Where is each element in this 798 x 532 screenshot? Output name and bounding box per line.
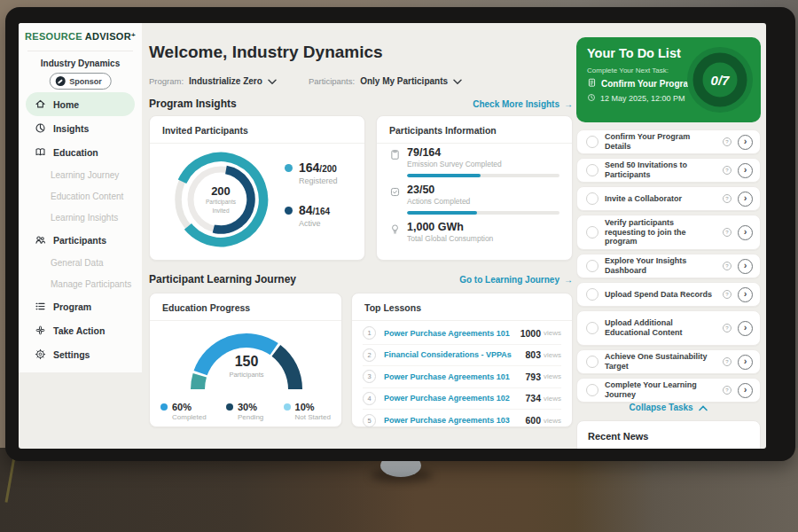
sidebar-item-insights[interactable]: Insights xyxy=(26,116,135,140)
info-icon[interactable]: ? xyxy=(723,386,732,395)
chevron-right-icon[interactable]: › xyxy=(738,287,753,302)
stat-actions-completed: 23/50 Actions Completed xyxy=(389,184,559,215)
sidebar-item-settings[interactable]: Settings xyxy=(26,342,135,366)
participants-dropdown[interactable]: Participants: Only My Participants xyxy=(309,73,462,89)
card-title: Participants Information xyxy=(377,116,572,144)
go-to-learning-journey-link[interactable]: Go to Learning Journey → xyxy=(459,275,573,285)
todo-progress-value: 0/7 xyxy=(685,44,755,115)
info-icon[interactable]: ? xyxy=(723,137,732,146)
gauge-center-label: 150 Participants xyxy=(180,354,313,379)
info-icon[interactable]: ? xyxy=(723,357,732,366)
sidebar-item-general-data[interactable]: General Data xyxy=(19,252,142,273)
sidebar-divider xyxy=(27,51,133,51)
task-item[interactable]: Explore Your Insights Dashboard ? › xyxy=(576,254,761,278)
todo-subtitle: Complete Your Next Task: xyxy=(587,66,669,74)
app-logo: RESOURCE ADVISOR+ xyxy=(19,31,142,42)
task-item[interactable]: Invite a Collaborator ? › xyxy=(576,186,761,211)
program-dropdown[interactable]: Program: Industrialize Zero xyxy=(149,73,277,89)
sidebar-item-learning-journey[interactable]: Learning Journey xyxy=(19,164,142,185)
task-item[interactable]: Upload Spend Data Records ? › xyxy=(576,282,761,307)
stat-global-consumption: 1,000 GWh Total Global Consumption xyxy=(389,221,493,243)
actions-completed-progress-bar xyxy=(407,211,559,215)
task-checkbox[interactable] xyxy=(586,322,598,334)
task-checkbox[interactable] xyxy=(586,384,598,396)
arrow-right-icon: → xyxy=(564,99,573,109)
sidebar: RESOURCE ADVISOR+ Industry Dynamics Spon… xyxy=(19,23,142,372)
lesson-row: 4 Power Purchase Agreements 102 734views xyxy=(363,388,561,411)
section-title: Program Insights xyxy=(149,98,237,110)
rank-badge: 2 xyxy=(363,348,376,362)
task-checkbox[interactable] xyxy=(586,136,598,148)
info-icon[interactable]: ? xyxy=(723,166,732,175)
chevron-right-icon[interactable]: › xyxy=(738,225,753,240)
sidebar-item-home[interactable]: Home xyxy=(26,92,135,116)
task-checkbox[interactable] xyxy=(586,164,598,176)
sidebar-item-manage-participants[interactable]: Manage Participants xyxy=(19,273,142,294)
legend-item-active: 84/164 Active xyxy=(285,203,338,228)
info-icon[interactable]: ? xyxy=(723,262,732,270)
task-checkbox[interactable] xyxy=(586,260,598,272)
chevron-right-icon[interactable]: › xyxy=(738,259,753,274)
chevron-right-icon[interactable]: › xyxy=(738,355,753,370)
task-checkbox[interactable] xyxy=(586,356,598,368)
legend-item-completed: 60% Completed xyxy=(160,402,207,421)
legend-item-not-started: 10% Not Started xyxy=(284,402,331,421)
sidebar-item-take-action[interactable]: Take Action xyxy=(26,318,135,342)
info-icon[interactable]: ? xyxy=(723,324,732,332)
sponsor-badge[interactable]: Sponsor xyxy=(49,73,112,90)
chevron-right-icon[interactable]: › xyxy=(738,383,753,398)
program-dropdown-label: Program: xyxy=(149,76,184,86)
task-item[interactable]: Achieve One Sustainability Target ? › xyxy=(576,349,761,374)
sidebar-item-learning-insights[interactable]: Learning Insights xyxy=(19,207,142,228)
recent-news-card: Recent News xyxy=(576,420,761,449)
card-title: Top Lessons xyxy=(352,293,572,321)
lesson-link[interactable]: Power Purchase Agreements 101 xyxy=(384,372,525,381)
info-icon[interactable]: ? xyxy=(723,228,732,237)
task-checkbox[interactable] xyxy=(586,226,598,239)
sidebar-item-education-content[interactable]: Education Content xyxy=(19,185,142,207)
scene: RESOURCE ADVISOR+ Industry Dynamics Spon… xyxy=(0,0,798,532)
sidebar-item-label: Settings xyxy=(53,349,90,360)
clipboard-icon xyxy=(389,148,401,164)
lesson-link[interactable]: Power Purchase Agreements 103 xyxy=(384,416,525,425)
logo-plus: + xyxy=(131,31,136,39)
task-checkbox[interactable] xyxy=(586,192,598,205)
lesson-link[interactable]: Power Purchase Agreements 101 xyxy=(384,329,520,338)
check-more-insights-link[interactable]: Check More Insights → xyxy=(473,99,573,109)
card-title: Invited Participants xyxy=(150,116,364,144)
chevron-right-icon[interactable]: › xyxy=(738,163,753,178)
task-item[interactable]: Upload Additional Educational Content ? … xyxy=(576,310,761,346)
sidebar-item-program[interactable]: Program xyxy=(26,294,135,318)
legend-dot xyxy=(226,403,233,411)
collapse-tasks-link[interactable]: Collapse Tasks xyxy=(576,403,761,412)
legend-dot xyxy=(285,164,293,172)
chevron-right-icon[interactable]: › xyxy=(738,192,753,207)
rank-badge: 1 xyxy=(363,326,376,340)
task-item[interactable]: Complete Your Learning Journey ? › xyxy=(576,378,761,403)
lesson-row: 5 Power Purchase Agreements 103 600views xyxy=(363,410,561,432)
pinwheel-icon xyxy=(35,325,46,336)
logo-text-primary: RESOURCE xyxy=(25,31,82,42)
task-item[interactable]: Send 50 Invitations to Participants ? › xyxy=(576,158,761,183)
participants-dropdown-value: Only My Participants xyxy=(360,76,448,86)
task-checkbox[interactable] xyxy=(586,288,598,301)
info-icon[interactable]: ? xyxy=(723,194,732,203)
education-progress-card: Education Progress 150 Participants 60% … xyxy=(149,293,342,427)
todo-datetime: 12 May 2025, 12:00 PM xyxy=(587,93,685,104)
invited-participants-card: Invited Participants 200 ParticipantsInv… xyxy=(149,115,365,261)
rank-badge: 3 xyxy=(363,370,376,383)
info-icon[interactable]: ? xyxy=(723,290,732,299)
task-item[interactable]: Verify participants requesting to join t… xyxy=(576,215,761,250)
chevron-right-icon[interactable]: › xyxy=(738,135,753,150)
lesson-link[interactable]: Power Purchase Agreements 102 xyxy=(384,394,525,403)
monitor-bezel: RESOURCE ADVISOR+ Industry Dynamics Spon… xyxy=(5,7,795,461)
task-item[interactable]: Confirm Your Program Details ? › xyxy=(576,129,761,154)
sidebar-item-education[interactable]: Education xyxy=(26,140,135,164)
lesson-link[interactable]: Financial Considerations - VPPAs xyxy=(384,350,525,359)
program-insights-header: Program Insights Check More Insights → xyxy=(149,98,573,110)
lessons-list: 1 Power Purchase Agreements 101 1000view… xyxy=(352,321,572,432)
sidebar-item-participants[interactable]: Participants xyxy=(26,228,135,252)
check-badge-icon xyxy=(389,185,401,201)
donut-center-label: 200 ParticipantsInvited xyxy=(171,150,270,249)
chevron-right-icon[interactable]: › xyxy=(738,321,753,336)
